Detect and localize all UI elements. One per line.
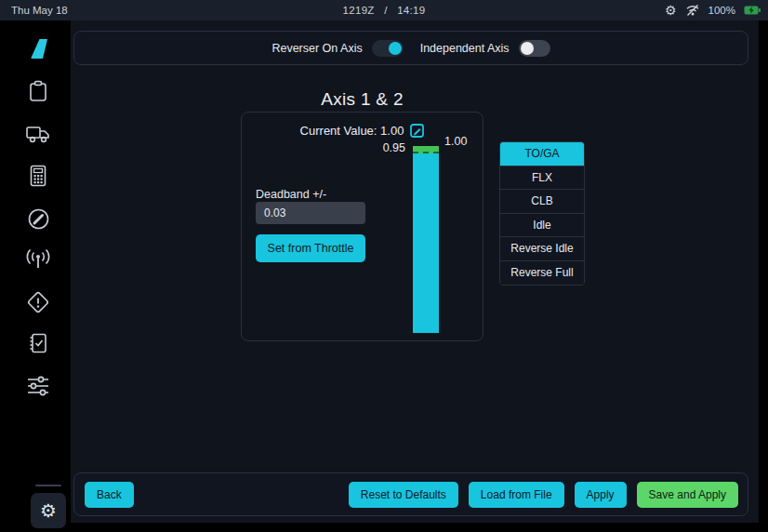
detent-clb[interactable]: CLB [500, 190, 584, 214]
sidebar: ⚙ [0, 20, 71, 523]
edit-icon[interactable] [410, 124, 424, 138]
deadband-zone [413, 146, 439, 153]
sidebar-item-axis-settings[interactable] [24, 373, 52, 399]
main-content: Reverser On Axis Independent Axis Axis 1… [71, 20, 759, 523]
gear-icon[interactable]: ⚙ [665, 4, 677, 17]
set-from-throttle-button[interactable]: Set from Throttle [256, 234, 365, 262]
status-clock: 1219Z / 14:19 [0, 5, 768, 16]
detent-list: TO/GA FLX CLB Idle Reverse Idle Reverse … [499, 141, 585, 286]
detent-idle[interactable]: Idle [500, 214, 584, 238]
page-title: Axis 1 & 2 [241, 89, 483, 110]
detent-toga[interactable]: TO/GA [500, 142, 584, 166]
bar-lower-label: 0.95 [357, 141, 405, 154]
reverser-on-axis-toggle[interactable] [372, 40, 404, 57]
sliders-icon [26, 375, 50, 397]
calculator-icon [28, 164, 48, 188]
independent-axis-label: Independent Axis [420, 42, 510, 55]
clipboard-icon [27, 79, 49, 103]
current-value-label: Current Value: 1.00 [300, 124, 404, 138]
save-and-apply-button[interactable]: Save and Apply [637, 482, 738, 508]
detent-reverse-full[interactable]: Reverse Full [500, 261, 584, 286]
sidebar-item-clipboard[interactable] [24, 78, 52, 104]
footer-right-buttons: Reset to Defaults Load from File Apply S… [349, 482, 738, 508]
deadband-label: Deadband +/- [256, 188, 326, 201]
time-separator: / [384, 5, 388, 16]
gauge-icon [27, 207, 50, 231]
sidebar-item-instruments[interactable] [24, 206, 52, 232]
sidebar-item-checklist[interactable] [24, 330, 52, 356]
axis-options-bar: Reverser On Axis Independent Axis [73, 31, 748, 65]
sidebar-item-ground-services[interactable] [24, 121, 52, 147]
sidebar-item-calculator[interactable] [24, 163, 52, 189]
local-time: 14:19 [397, 5, 425, 16]
sidebar-divider [35, 485, 61, 486]
deadband-input[interactable] [256, 202, 365, 224]
toggle-knob [521, 42, 534, 55]
calibration-panel: Current Value: 1.00 0.95 1.00 Deadband +… [241, 112, 483, 341]
checklist-icon [27, 331, 49, 355]
antenna-icon [25, 248, 51, 271]
app-logo [26, 36, 50, 60]
battery-percent: 100% [708, 5, 735, 16]
reverser-on-axis-group: Reverser On Axis [271, 40, 403, 57]
sidebar-item-home[interactable] [24, 35, 52, 61]
sidebar-item-failures[interactable] [24, 289, 52, 315]
warning-diamond-icon [26, 290, 50, 314]
reverser-on-axis-label: Reverser On Axis [271, 42, 362, 55]
gear-icon: ⚙ [40, 499, 57, 522]
independent-axis-toggle[interactable] [519, 40, 550, 57]
apply-button[interactable]: Apply [575, 482, 627, 508]
footer-action-bar: Back Reset to Defaults Load from File Ap… [73, 472, 748, 516]
reset-to-defaults-button[interactable]: Reset to Defaults [349, 482, 458, 508]
battery-charging-icon [744, 5, 761, 16]
independent-axis-group: Independent Axis [420, 40, 550, 57]
status-bar: Thu May 18 1219Z / 14:19 ⚙ 100% [0, 0, 768, 20]
toggle-knob [389, 42, 402, 55]
bar-upper-label: 1.00 [444, 135, 467, 148]
utc-time: 1219Z [343, 5, 375, 16]
wifi-off-icon [685, 4, 700, 17]
axis-value-bar [413, 146, 439, 333]
truck-icon [25, 124, 51, 144]
sidebar-item-settings[interactable]: ⚙ [31, 493, 66, 528]
detent-reverse-idle[interactable]: Reverse Idle [500, 237, 584, 261]
back-button[interactable]: Back [85, 482, 134, 508]
load-from-file-button[interactable]: Load from File [469, 482, 564, 508]
detent-flx[interactable]: FLX [500, 166, 584, 191]
sidebar-item-radio[interactable] [24, 246, 52, 273]
